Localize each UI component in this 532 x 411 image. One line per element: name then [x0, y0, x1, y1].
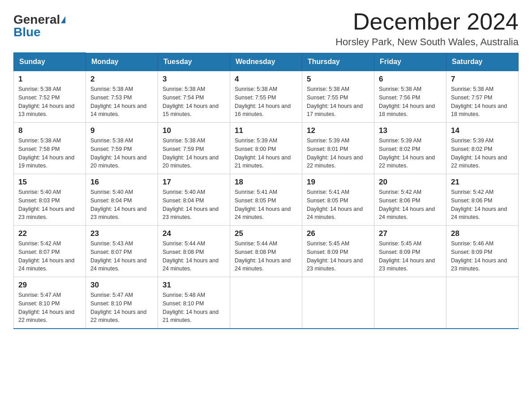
day-info: Sunrise: 5:38 AMSunset: 7:57 PMDaylight:… — [451, 85, 514, 119]
day-number: 10 — [163, 126, 225, 135]
day-number: 25 — [235, 229, 297, 238]
day-number: 11 — [235, 126, 297, 135]
day-number: 6 — [379, 75, 442, 84]
day-info: Sunrise: 5:38 AMSunset: 7:54 PMDaylight:… — [163, 85, 225, 119]
day-number: 31 — [163, 281, 225, 290]
day-number: 22 — [18, 229, 81, 238]
calendar-day-cell: 14Sunrise: 5:39 AMSunset: 8:02 PMDayligh… — [446, 123, 519, 174]
day-info: Sunrise: 5:40 AMSunset: 8:04 PMDaylight:… — [163, 188, 225, 222]
day-info: Sunrise: 5:40 AMSunset: 8:03 PMDaylight:… — [18, 188, 81, 222]
logo-triangle-icon — [61, 16, 65, 23]
day-info: Sunrise: 5:39 AMSunset: 8:00 PMDaylight:… — [235, 137, 297, 170]
calendar-day-cell: 12Sunrise: 5:39 AMSunset: 8:01 PMDayligh… — [302, 123, 374, 174]
day-number: 15 — [18, 178, 81, 187]
calendar-day-cell: 16Sunrise: 5:40 AMSunset: 8:04 PMDayligh… — [86, 174, 158, 226]
calendar-day-cell: 27Sunrise: 5:45 AMSunset: 8:09 PMDayligh… — [374, 226, 446, 277]
day-info: Sunrise: 5:38 AMSunset: 7:53 PMDaylight:… — [90, 85, 153, 119]
calendar-week-row: 29Sunrise: 5:47 AMSunset: 8:10 PMDayligh… — [14, 277, 519, 329]
calendar-day-cell: 9Sunrise: 5:38 AMSunset: 7:59 PMDaylight… — [86, 123, 158, 174]
logo: General Blue — [13, 13, 65, 39]
day-info: Sunrise: 5:39 AMSunset: 8:02 PMDaylight:… — [379, 137, 442, 170]
day-number: 19 — [307, 178, 369, 187]
calendar-day-cell: 7Sunrise: 5:38 AMSunset: 7:57 PMDaylight… — [446, 71, 519, 123]
calendar-day-cell: 22Sunrise: 5:42 AMSunset: 8:07 PMDayligh… — [14, 226, 86, 277]
calendar-day-cell: 11Sunrise: 5:39 AMSunset: 8:00 PMDayligh… — [230, 123, 302, 174]
day-info: Sunrise: 5:46 AMSunset: 8:09 PMDaylight:… — [451, 240, 514, 273]
day-info: Sunrise: 5:42 AMSunset: 8:06 PMDaylight:… — [379, 188, 442, 222]
calendar-day-cell: 13Sunrise: 5:39 AMSunset: 8:02 PMDayligh… — [374, 123, 446, 174]
calendar-day-cell: 3Sunrise: 5:38 AMSunset: 7:54 PMDaylight… — [158, 71, 230, 123]
subtitle: Horsley Park, New South Wales, Australia — [335, 36, 519, 48]
calendar-day-cell: 30Sunrise: 5:47 AMSunset: 8:10 PMDayligh… — [86, 277, 158, 329]
calendar-day-cell: 25Sunrise: 5:44 AMSunset: 8:08 PMDayligh… — [230, 226, 302, 277]
day-number: 28 — [451, 229, 514, 238]
day-info: Sunrise: 5:38 AMSunset: 7:55 PMDaylight:… — [235, 85, 297, 119]
day-number: 2 — [90, 75, 153, 84]
calendar-header-friday: Friday — [374, 53, 446, 71]
day-number: 27 — [379, 229, 442, 238]
day-info: Sunrise: 5:39 AMSunset: 8:01 PMDaylight:… — [307, 137, 369, 170]
day-number: 8 — [18, 126, 81, 135]
calendar-table: SundayMondayTuesdayWednesdayThursdayFrid… — [13, 52, 519, 329]
day-info: Sunrise: 5:42 AMSunset: 8:07 PMDaylight:… — [18, 240, 81, 273]
calendar-empty-cell — [302, 277, 374, 329]
calendar-day-cell: 6Sunrise: 5:38 AMSunset: 7:56 PMDaylight… — [374, 71, 446, 123]
day-number: 30 — [90, 281, 153, 290]
calendar-day-cell: 4Sunrise: 5:38 AMSunset: 7:55 PMDaylight… — [230, 71, 302, 123]
day-info: Sunrise: 5:48 AMSunset: 8:10 PMDaylight:… — [163, 291, 225, 325]
calendar-day-cell: 2Sunrise: 5:38 AMSunset: 7:53 PMDaylight… — [86, 71, 158, 123]
day-info: Sunrise: 5:45 AMSunset: 8:09 PMDaylight:… — [307, 240, 369, 273]
calendar-day-cell: 23Sunrise: 5:43 AMSunset: 8:07 PMDayligh… — [86, 226, 158, 277]
calendar-day-cell: 17Sunrise: 5:40 AMSunset: 8:04 PMDayligh… — [158, 174, 230, 226]
page-header: General Blue December 2024 Horsley Park,… — [13, 9, 519, 48]
day-number: 13 — [379, 126, 442, 135]
day-info: Sunrise: 5:41 AMSunset: 8:05 PMDaylight:… — [235, 188, 297, 222]
day-number: 18 — [235, 178, 297, 187]
calendar-day-cell: 15Sunrise: 5:40 AMSunset: 8:03 PMDayligh… — [14, 174, 86, 226]
day-number: 1 — [18, 75, 81, 84]
calendar-week-row: 15Sunrise: 5:40 AMSunset: 8:03 PMDayligh… — [14, 174, 519, 226]
day-number: 20 — [379, 178, 442, 187]
calendar-day-cell: 10Sunrise: 5:38 AMSunset: 7:59 PMDayligh… — [158, 123, 230, 174]
day-number: 21 — [451, 178, 514, 187]
day-info: Sunrise: 5:45 AMSunset: 8:09 PMDaylight:… — [379, 240, 442, 273]
main-title: December 2024 — [335, 9, 519, 34]
day-number: 24 — [163, 229, 225, 238]
calendar-header-monday: Monday — [86, 53, 158, 71]
calendar-day-cell: 24Sunrise: 5:44 AMSunset: 8:08 PMDayligh… — [158, 226, 230, 277]
calendar-day-cell: 18Sunrise: 5:41 AMSunset: 8:05 PMDayligh… — [230, 174, 302, 226]
calendar-day-cell: 28Sunrise: 5:46 AMSunset: 8:09 PMDayligh… — [446, 226, 519, 277]
calendar-header-row: SundayMondayTuesdayWednesdayThursdayFrid… — [14, 53, 519, 71]
calendar-day-cell: 5Sunrise: 5:38 AMSunset: 7:55 PMDaylight… — [302, 71, 374, 123]
day-info: Sunrise: 5:38 AMSunset: 7:59 PMDaylight:… — [163, 137, 225, 170]
day-info: Sunrise: 5:38 AMSunset: 7:59 PMDaylight:… — [90, 137, 153, 170]
day-info: Sunrise: 5:44 AMSunset: 8:08 PMDaylight:… — [235, 240, 297, 273]
day-info: Sunrise: 5:47 AMSunset: 8:10 PMDaylight:… — [90, 291, 153, 325]
calendar-header-tuesday: Tuesday — [158, 53, 230, 71]
logo-blue-text: Blue — [13, 26, 41, 39]
day-number: 3 — [163, 75, 225, 84]
day-number: 23 — [90, 229, 153, 238]
day-number: 29 — [18, 281, 81, 290]
day-info: Sunrise: 5:40 AMSunset: 8:04 PMDaylight:… — [90, 188, 153, 222]
day-number: 4 — [235, 75, 297, 84]
calendar-header-wednesday: Wednesday — [230, 53, 302, 71]
calendar-empty-cell — [230, 277, 302, 329]
calendar-day-cell: 19Sunrise: 5:41 AMSunset: 8:05 PMDayligh… — [302, 174, 374, 226]
day-number: 7 — [451, 75, 514, 84]
day-info: Sunrise: 5:47 AMSunset: 8:10 PMDaylight:… — [18, 291, 81, 325]
title-area: December 2024 Horsley Park, New South Wa… — [335, 9, 519, 48]
calendar-day-cell: 20Sunrise: 5:42 AMSunset: 8:06 PMDayligh… — [374, 174, 446, 226]
day-number: 17 — [163, 178, 225, 187]
day-info: Sunrise: 5:39 AMSunset: 8:02 PMDaylight:… — [451, 137, 514, 170]
calendar-day-cell: 29Sunrise: 5:47 AMSunset: 8:10 PMDayligh… — [14, 277, 86, 329]
calendar-week-row: 1Sunrise: 5:38 AMSunset: 7:52 PMDaylight… — [14, 71, 519, 123]
day-number: 16 — [90, 178, 153, 187]
day-number: 5 — [307, 75, 369, 84]
calendar-empty-cell — [374, 277, 446, 329]
day-number: 9 — [90, 126, 153, 135]
calendar-day-cell: 8Sunrise: 5:38 AMSunset: 7:58 PMDaylight… — [14, 123, 86, 174]
logo-general-text: General — [13, 13, 60, 26]
calendar-header-thursday: Thursday — [302, 53, 374, 71]
calendar-week-row: 8Sunrise: 5:38 AMSunset: 7:58 PMDaylight… — [14, 123, 519, 174]
